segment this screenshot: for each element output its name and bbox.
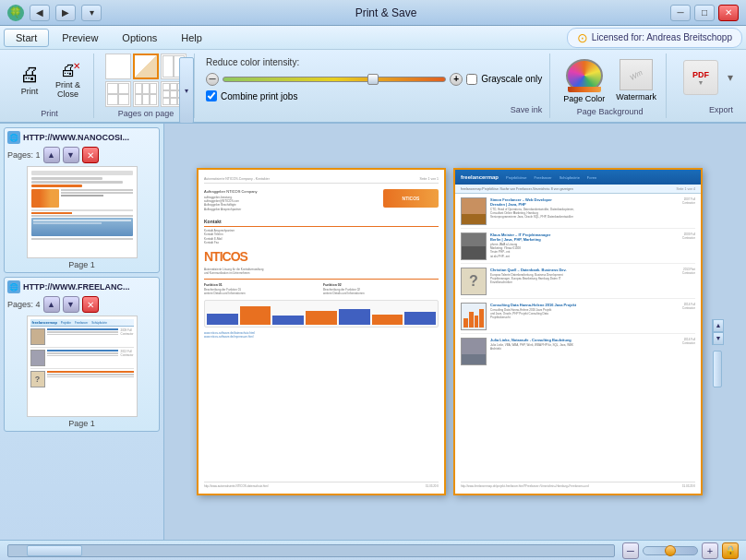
url-item-2: 🌐 HTTP://WWW.FREELANC... Pages: 4 ▲ ▼ ✕ … xyxy=(4,277,160,432)
scroll-down-btn[interactable]: ▼ xyxy=(713,332,724,345)
export-buttons: PDF ▼ ▾ xyxy=(678,57,733,98)
zoom-lock-btn[interactable]: 🔒 xyxy=(722,542,739,559)
pdf-icon: PDF ▼ xyxy=(683,60,718,95)
page-layout-5[interactable] xyxy=(133,81,159,107)
scroll-thumb-h[interactable] xyxy=(27,545,82,556)
save-ink-group: Reduce color intensity: ─ + Grayscale on… xyxy=(199,54,550,118)
nav-down-btn-1[interactable]: ▼ xyxy=(63,147,79,163)
horizontal-scrollbar[interactable] xyxy=(7,544,615,557)
page-background-label: Page Background xyxy=(577,107,644,116)
pages-on-page-group: Pages on page ▾ xyxy=(98,54,195,118)
color-slider-container: ─ + Grayscale only xyxy=(206,71,542,87)
print-close-label: Print &Close xyxy=(55,80,80,99)
right-page-header-left: freelancermap Projektlöse: Suche von Fre… xyxy=(461,187,573,191)
pages-dropdown-btn[interactable]: ▾ xyxy=(179,57,194,124)
dropdown-arrow-icon: ▾ xyxy=(185,87,188,95)
title-bar: 🍀 ◀ ▶ ▾ Print & Save ─ □ ✕ xyxy=(0,0,746,26)
page-color-icon xyxy=(566,59,603,92)
lock-icon: 🔒 xyxy=(725,545,736,555)
slider-plus-btn[interactable]: + xyxy=(450,73,463,86)
print-buttons: 🖨 Print 🖨✕ Print &Close xyxy=(13,54,86,107)
page-background-group: Page Color Wm Watermark Page Background xyxy=(554,54,667,118)
zoom-indicator xyxy=(643,546,698,555)
url-text-1: HTTP://WWW.NANOCOSI... xyxy=(23,133,156,142)
url-controls-2: Pages: 4 ▲ ▼ ✕ xyxy=(7,296,156,313)
preview-area: Automatisierte NTICOS-Company - Kontakte… xyxy=(164,124,746,540)
url-controls-1: Pages: 1 ▲ ▼ ✕ xyxy=(7,147,156,163)
forward-btn[interactable]: ▶ xyxy=(55,5,76,21)
title-bar-left: 🍀 ◀ ▶ ▾ xyxy=(7,5,102,21)
minimize-btn[interactable]: ─ xyxy=(670,5,691,21)
export-label: Export xyxy=(709,105,733,114)
menu-start[interactable]: Start xyxy=(4,29,49,47)
preview-scrollbar-vertical: ▲ ▼ xyxy=(712,319,723,345)
nav-up-btn-1[interactable]: ▲ xyxy=(43,147,60,163)
page-bg-buttons: Page Color Wm Watermark xyxy=(561,57,658,105)
zoom-dot xyxy=(665,545,676,556)
quick-access-btn[interactable]: ▾ xyxy=(81,5,102,21)
zoom-in-btn[interactable]: + xyxy=(702,542,718,559)
app-icon: 🍀 xyxy=(7,5,24,21)
combine-checkbox[interactable] xyxy=(206,90,217,101)
thumb-2: freelancermap Projekte Freelancer Schüpf… xyxy=(27,316,138,417)
reduce-color-label: Reduce color intensity: xyxy=(206,57,299,67)
combine-row: Combine print jobs xyxy=(206,90,542,101)
color-slider-track[interactable] xyxy=(223,77,446,82)
pages-count-2: Pages: 4 xyxy=(7,300,41,309)
menu-help[interactable]: Help xyxy=(170,30,213,46)
menu-bar: Start Preview Options Help ⊙ Licensed fo… xyxy=(0,26,746,50)
url-item-1: 🌐 HTTP://WWW.NANOCOSI... Pages: 1 ▲ ▼ ✕ xyxy=(4,127,160,273)
thumb-1 xyxy=(27,166,138,258)
save-ink-label: Save ink xyxy=(511,105,543,114)
print-group: 🖨 Print 🖨✕ Print &Close Print xyxy=(6,54,94,118)
license-badge: ⊙ Licensed for: Andreas Breitschopp xyxy=(567,28,742,48)
print-icon: 🖨 xyxy=(19,65,40,85)
delete-btn-2[interactable]: ✕ xyxy=(82,296,99,313)
print-button[interactable]: 🖨 Print xyxy=(13,62,46,99)
page-color-label: Page Color xyxy=(563,94,605,103)
watermark-icon: Wm xyxy=(620,59,653,90)
left-page-header-left: Automatisierte NTICOS-Company - Kontakte… xyxy=(204,177,270,181)
watermark-label: Watermark xyxy=(616,92,656,101)
menu-preview[interactable]: Preview xyxy=(51,30,109,46)
grayscale-checkbox[interactable] xyxy=(466,74,477,85)
print-group-label: Print xyxy=(41,109,58,118)
left-preview-page: Automatisierte NTICOS-Company - Kontakte… xyxy=(197,168,446,495)
nav-down-btn-2[interactable]: ▼ xyxy=(63,296,79,313)
maximize-btn[interactable]: □ xyxy=(694,5,715,21)
pdf-subtext: ▼ xyxy=(698,79,704,86)
print-close-icon: 🖨✕ xyxy=(60,62,77,78)
bottom-bar: ─ + 🔒 xyxy=(0,540,746,560)
right-page-header-right: Seite 1 von 4 xyxy=(677,187,695,191)
page-label-2: Page 1 xyxy=(7,419,156,428)
left-page-header-right: Seite 1 von 1 xyxy=(420,177,439,181)
back-btn[interactable]: ◀ xyxy=(30,5,50,21)
nav-up-btn-2[interactable]: ▲ xyxy=(43,296,60,313)
url-header-2: 🌐 HTTP://WWW.FREELANC... xyxy=(7,280,156,293)
page-layout-1[interactable] xyxy=(105,54,131,79)
page-color-button[interactable]: Page Color xyxy=(561,57,607,105)
zoom-out-btn[interactable]: ─ xyxy=(622,542,639,559)
delete-btn-1[interactable]: ✕ xyxy=(82,147,99,163)
reduce-color-row: Reduce color intensity: xyxy=(206,57,542,67)
pdf-export-button[interactable]: PDF ▼ xyxy=(678,57,724,98)
zoom-controls: ─ + 🔒 xyxy=(622,542,739,559)
menu-options[interactable]: Options xyxy=(111,30,168,46)
main-area: 🌐 HTTP://WWW.NANOCOSI... Pages: 1 ▲ ▼ ✕ xyxy=(0,124,746,540)
slider-minus-btn[interactable]: ─ xyxy=(206,73,219,86)
pages-count-1: Pages: 1 xyxy=(7,150,41,160)
pdf-text: PDF xyxy=(692,70,709,79)
close-btn[interactable]: ✕ xyxy=(718,5,739,21)
print-close-button[interactable]: 🖨✕ Print &Close xyxy=(50,59,86,101)
watermark-button[interactable]: Wm Watermark xyxy=(614,57,658,105)
url-text-2: HTTP://WWW.FREELANC... xyxy=(23,282,156,292)
color-slider-thumb[interactable] xyxy=(367,74,379,85)
export-dropdown-btn[interactable]: ▾ xyxy=(728,71,733,84)
scroll-thumb-v[interactable] xyxy=(713,351,722,387)
url-icon-2: 🌐 xyxy=(7,280,20,293)
page-layout-4[interactable] xyxy=(105,81,131,107)
scroll-up-btn[interactable]: ▲ xyxy=(713,319,724,332)
page-layout-2[interactable] xyxy=(133,54,159,79)
url-header-1: 🌐 HTTP://WWW.NANOCOSI... xyxy=(7,131,156,144)
preview-pages-container: Automatisierte NTICOS-Company - Kontakte… xyxy=(187,159,712,505)
